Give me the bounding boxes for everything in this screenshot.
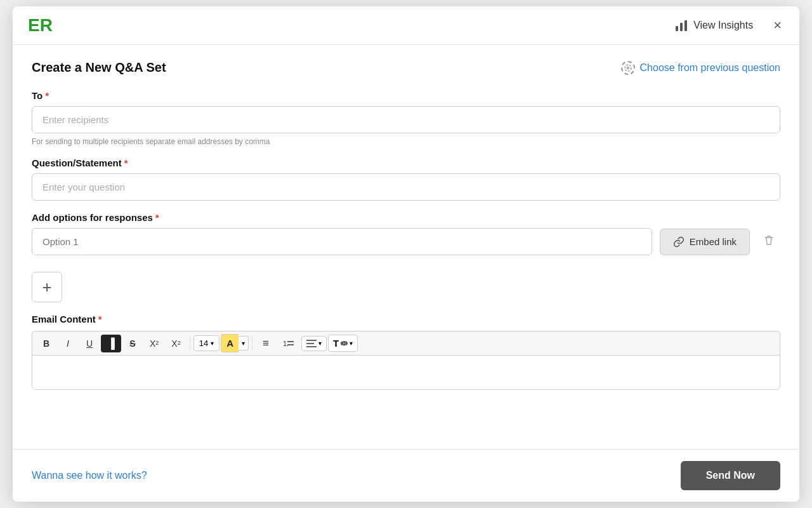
choose-previous-label: Choose from previous question bbox=[640, 62, 780, 74]
unordered-list-button[interactable]: ≡ bbox=[256, 334, 276, 352]
modal-header: ER View Insights × bbox=[13, 6, 799, 45]
trash-icon bbox=[763, 234, 775, 246]
highlight-button[interactable]: ▐ bbox=[101, 335, 121, 352]
logo-text: ER bbox=[28, 15, 53, 36]
subscript-button[interactable]: X2 bbox=[166, 335, 186, 352]
options-label: Add options for responses* bbox=[32, 212, 780, 223]
toolbar-separator-2 bbox=[252, 337, 252, 350]
font-color-control: A ▾ bbox=[221, 334, 249, 352]
text-type-label: T bbox=[333, 338, 339, 349]
superscript-button[interactable]: X2 bbox=[144, 335, 164, 352]
to-hint: For sending to multiple recipients separ… bbox=[32, 137, 780, 146]
options-field-group: Add options for responses* Embed link bbox=[32, 212, 780, 260]
add-option-button[interactable]: + bbox=[32, 272, 62, 302]
form-title: Create a New Q&A Set bbox=[32, 60, 166, 75]
option1-input[interactable] bbox=[32, 228, 652, 255]
svg-text:1.: 1. bbox=[283, 340, 289, 347]
header-right: View Insights × bbox=[669, 16, 784, 35]
close-icon: × bbox=[773, 17, 782, 33]
align-chevron-icon: ▾ bbox=[318, 340, 322, 347]
font-size-button[interactable]: 14 ▾ bbox=[193, 335, 219, 351]
send-now-button[interactable]: Send Now bbox=[681, 461, 780, 490]
svg-rect-1 bbox=[680, 23, 683, 31]
font-size-value: 14 bbox=[199, 338, 208, 348]
title-row: Create a New Q&A Set Choose from previou… bbox=[32, 60, 780, 75]
svg-rect-0 bbox=[676, 26, 678, 31]
modal-footer: Wanna see how it works? Send Now bbox=[13, 449, 799, 502]
delete-option-button[interactable] bbox=[757, 231, 780, 252]
editor-toolbar: B I U ▐ S X2 X2 14 ▾ A ▾ ≡ bbox=[32, 331, 780, 355]
strikethrough-button[interactable]: S bbox=[122, 335, 143, 352]
to-label: To* bbox=[32, 90, 780, 101]
ordered-list-button[interactable]: 1. bbox=[277, 335, 300, 352]
text-type-button[interactable]: T ↈ ▾ bbox=[328, 335, 358, 352]
embed-link-label: Embed link bbox=[690, 236, 737, 247]
email-content-label: Email Content* bbox=[32, 314, 780, 324]
align-button[interactable]: ▾ bbox=[301, 336, 327, 351]
link-icon bbox=[673, 236, 684, 248]
close-button[interactable]: × bbox=[771, 16, 784, 35]
view-insights-button[interactable]: View Insights bbox=[669, 16, 758, 35]
underline-button[interactable]: U bbox=[79, 335, 100, 352]
email-content-group: Email Content* B I U ▐ S X2 X2 14 ▾ A ▾ bbox=[32, 314, 780, 390]
dashed-circle-icon bbox=[621, 61, 635, 75]
question-field-group: Question/Statement* bbox=[32, 157, 780, 201]
to-input[interactable] bbox=[32, 106, 780, 133]
option-row: Embed link bbox=[32, 228, 780, 255]
font-color-dropdown-button[interactable]: ▾ bbox=[239, 336, 249, 351]
text-type-chevron-icon: ▾ bbox=[350, 340, 353, 347]
choose-previous-button[interactable]: Choose from previous question bbox=[621, 61, 780, 75]
embed-link-button[interactable]: Embed link bbox=[660, 229, 750, 255]
bold-button[interactable]: B bbox=[36, 335, 56, 352]
view-insights-label: View Insights bbox=[693, 20, 753, 31]
font-color-button[interactable]: A bbox=[221, 334, 239, 352]
italic-button[interactable]: I bbox=[58, 335, 78, 352]
align-icon bbox=[306, 339, 317, 348]
text-type-sub: ↈ bbox=[341, 340, 348, 347]
wanna-see-link[interactable]: Wanna see how it works? bbox=[32, 470, 147, 481]
to-field-group: To* For sending to multiple recipients s… bbox=[32, 90, 780, 146]
modal-body: Create a New Q&A Set Choose from previou… bbox=[13, 45, 799, 449]
question-label: Question/Statement* bbox=[32, 157, 780, 168]
ordered-list-icon: 1. bbox=[283, 338, 294, 349]
add-option-icon: + bbox=[42, 277, 51, 297]
chart-icon bbox=[674, 18, 688, 32]
svg-rect-2 bbox=[684, 20, 687, 31]
toolbar-separator-1 bbox=[190, 337, 190, 350]
modal-container: ER View Insights × Create a New Q&A Set bbox=[13, 6, 799, 502]
email-content-editor[interactable] bbox=[32, 355, 780, 390]
question-input[interactable] bbox=[32, 173, 780, 201]
font-size-chevron-icon: ▾ bbox=[211, 340, 214, 347]
